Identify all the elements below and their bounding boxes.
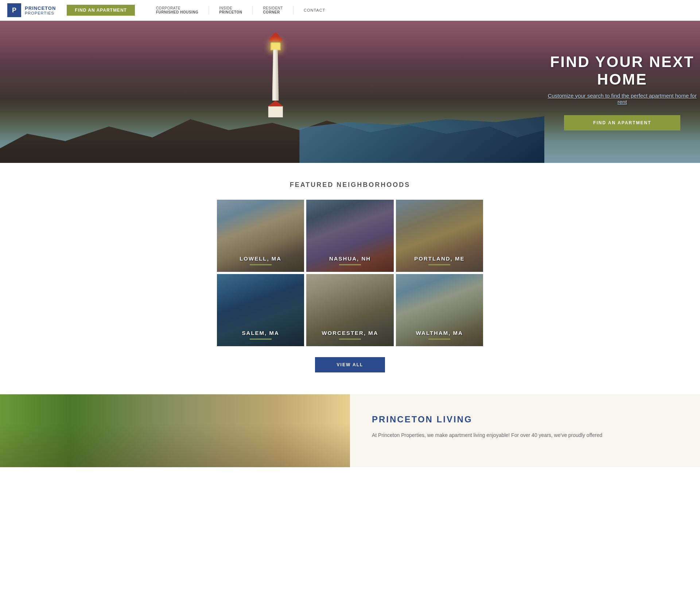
princeton-living-text: At Princeton Properties, we make apartme… [372, 431, 678, 440]
nav-corporate-furnished-housing[interactable]: CORPORATE FURNISHED HOUSING [146, 6, 209, 14]
portland-underline [428, 264, 450, 265]
princeton-living-content: PRINCETON LIVING At Princeton Properties… [350, 394, 700, 467]
lowell-label: LOWELL, MA [217, 255, 304, 262]
salem-label: SALEM, MA [217, 330, 304, 336]
neighborhood-card-nashua[interactable]: NASHUA, NH [306, 200, 393, 272]
nav-inside-princeton[interactable]: INSIDE PRINCETON [209, 6, 253, 14]
lh-house-roof [267, 101, 283, 106]
hero-find-apartment-button[interactable]: FIND AN APARTMENT [564, 115, 681, 130]
lh-lamp [270, 42, 280, 50]
neighborhood-card-worcester[interactable]: WORCESTER, MA [306, 274, 393, 346]
worcester-underline [339, 339, 361, 340]
hero-content: FIND YOUR NEXT HOME Customize your searc… [544, 53, 700, 130]
header-find-apartment-button[interactable]: FIND AN APARTMENT [67, 5, 135, 16]
neighborhood-card-lowell[interactable]: LOWELL, MA [217, 200, 304, 272]
main-nav: CORPORATE FURNISHED HOUSING INSIDE PRINC… [146, 6, 693, 14]
featured-neighborhoods-section: FEATURED NEIGHBORHOODS LOWELL, MA NASHUA… [0, 163, 700, 394]
view-all-neighborhoods-button[interactable]: VIEW ALL [315, 357, 385, 372]
neighborhood-card-salem[interactable]: SALEM, MA [217, 274, 304, 346]
lowell-underline [250, 264, 272, 265]
featured-section-title: FEATURED NEIGHBORHOODS [7, 181, 693, 189]
hero-lighthouse-scene [0, 21, 544, 163]
nav-corporate-line1: CORPORATE [156, 6, 198, 10]
hero-lighthouse [267, 32, 283, 117]
princeton-living-title: PRINCETON LIVING [372, 414, 678, 425]
nav-resident-line2: CORNER [263, 10, 283, 14]
lh-top [269, 39, 281, 42]
nav-inside-line1: INSIDE [219, 6, 242, 10]
portland-label: PORTLAND, ME [396, 255, 483, 262]
neighborhood-card-portland[interactable]: PORTLAND, ME [396, 200, 483, 272]
princeton-living-section: PRINCETON LIVING At Princeton Properties… [0, 394, 700, 467]
hero-subtitle-text: Customize your search to find the perfec… [548, 93, 675, 99]
lh-roof [269, 32, 281, 39]
nav-corporate-line2: FURNISHED HOUSING [156, 10, 198, 14]
nav-contact-label: CONTACT [304, 8, 325, 12]
logo-area[interactable]: P Princeton Properties [7, 3, 56, 17]
nav-inside-line2: PRINCETON [219, 10, 242, 14]
header: P Princeton Properties FIND AN APARTMENT… [0, 0, 700, 21]
lh-house [268, 106, 283, 117]
waltham-label: WALTHAM, MA [396, 330, 483, 336]
logo-text: Princeton Properties [25, 5, 56, 15]
nav-resident-corner[interactable]: RESIDENT CORNER [253, 6, 293, 14]
hero-water [299, 105, 544, 163]
logo-properties: Properties [25, 11, 56, 15]
neighborhood-card-waltham[interactable]: WALTHAM, MA [396, 274, 483, 346]
nav-resident-line1: RESIDENT [263, 6, 283, 10]
princeton-living-image [0, 394, 350, 467]
waltham-underline [428, 339, 450, 340]
nashua-underline [339, 264, 361, 265]
neighborhoods-grid: LOWELL, MA NASHUA, NH PORTLAND, ME SALEM… [217, 200, 483, 346]
lh-tower [272, 50, 279, 101]
logo-icon: P [7, 3, 21, 17]
salem-underline [250, 339, 272, 340]
hero-section: FIND YOUR NEXT HOME Customize your searc… [0, 21, 700, 163]
hero-title: FIND YOUR NEXT HOME [544, 53, 700, 88]
worcester-label: WORCESTER, MA [306, 330, 393, 336]
logo-princeton: Princeton [25, 5, 56, 11]
nav-contact[interactable]: CONTACT [293, 8, 335, 12]
hero-subtitle: Customize your search to find the perfec… [544, 93, 700, 105]
pl-image-overlay [0, 423, 350, 467]
nashua-label: NASHUA, NH [306, 255, 393, 262]
